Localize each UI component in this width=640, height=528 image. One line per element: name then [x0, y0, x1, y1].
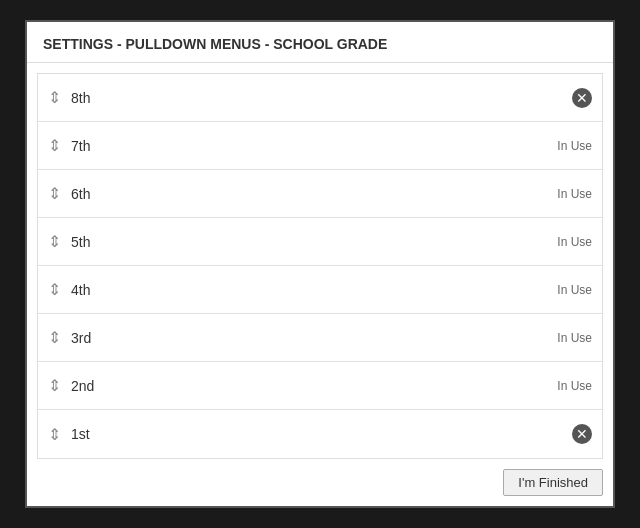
grade-row: ⇕3rdIn Use	[38, 314, 602, 362]
grade-label: 5th	[71, 234, 557, 250]
grade-label: 6th	[71, 186, 557, 202]
grade-row: ⇕6thIn Use	[38, 170, 602, 218]
in-use-badge: In Use	[557, 235, 592, 249]
in-use-badge: In Use	[557, 139, 592, 153]
drag-handle-icon[interactable]: ⇕	[48, 328, 61, 347]
grade-label: 2nd	[71, 378, 557, 394]
grade-label: 3rd	[71, 330, 557, 346]
footer: I'm Finished	[27, 459, 613, 506]
drag-handle-icon[interactable]: ⇕	[48, 232, 61, 251]
grade-label: 1st	[71, 426, 572, 442]
drag-handle-icon[interactable]: ⇕	[48, 136, 61, 155]
grade-row: ⇕4thIn Use	[38, 266, 602, 314]
remove-grade-button[interactable]: ✕	[572, 424, 592, 444]
drag-handle-icon[interactable]: ⇕	[48, 184, 61, 203]
grade-label: 8th	[71, 90, 572, 106]
grades-list: ⇕8th✕⇕7thIn Use⇕6thIn Use⇕5thIn Use⇕4thI…	[37, 73, 603, 459]
in-use-badge: In Use	[557, 187, 592, 201]
grade-row: ⇕2ndIn Use	[38, 362, 602, 410]
grade-label: 7th	[71, 138, 557, 154]
dialog-title: SETTINGS - PULLDOWN MENUS - SCHOOL GRADE	[27, 22, 613, 63]
in-use-badge: In Use	[557, 331, 592, 345]
remove-grade-button[interactable]: ✕	[572, 88, 592, 108]
in-use-badge: In Use	[557, 379, 592, 393]
grade-row: ⇕1st✕	[38, 410, 602, 458]
grade-row: ⇕5thIn Use	[38, 218, 602, 266]
drag-handle-icon[interactable]: ⇕	[48, 280, 61, 299]
grade-row: ⇕8th✕	[38, 74, 602, 122]
grade-row: ⇕7thIn Use	[38, 122, 602, 170]
drag-handle-icon[interactable]: ⇕	[48, 425, 61, 444]
in-use-badge: In Use	[557, 283, 592, 297]
drag-handle-icon[interactable]: ⇕	[48, 88, 61, 107]
finished-button[interactable]: I'm Finished	[503, 469, 603, 496]
settings-dialog: SETTINGS - PULLDOWN MENUS - SCHOOL GRADE…	[25, 20, 615, 508]
drag-handle-icon[interactable]: ⇕	[48, 376, 61, 395]
grade-label: 4th	[71, 282, 557, 298]
